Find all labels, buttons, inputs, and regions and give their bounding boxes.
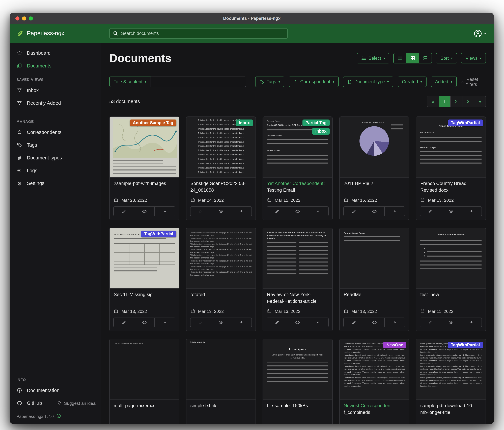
pagination-page-3[interactable]: 3 [462, 96, 474, 107]
document-thumbnail[interactable]: Adobe Acrobat PDF Files [416, 228, 486, 289]
preview-button[interactable] [287, 207, 308, 216]
suggest-idea-link[interactable]: Suggest an idea [57, 401, 96, 406]
edit-button[interactable] [344, 207, 364, 216]
view-details-button[interactable] [419, 53, 432, 64]
sidebar-item-dashboard[interactable]: Dashboard [10, 47, 101, 59]
sidebar-item-tags[interactable]: Tags [10, 139, 101, 151]
correspondent-link[interactable]: Yet Another Correspondent [267, 181, 324, 186]
tag-chip[interactable]: TagWithPartial [448, 342, 483, 348]
document-title[interactable]: multi-page-mixedxx [114, 403, 154, 408]
preview-button[interactable] [441, 318, 461, 327]
tag-chip[interactable]: NewOne [383, 342, 406, 348]
title-content-filter-input[interactable] [151, 76, 246, 87]
sidebar-item-logs[interactable]: Logs [10, 164, 101, 177]
brand[interactable]: Paperless-ngx [17, 30, 103, 37]
pagination-next[interactable]: » [474, 96, 486, 107]
select-button[interactable]: Select ▾ [357, 53, 389, 64]
document-title[interactable]: Sonstige ScanPC2022 03-24_081058 [190, 181, 246, 193]
tag-chip[interactable]: TagWithPartial [141, 231, 176, 237]
sidebar-item-inbox[interactable]: Inbox [10, 84, 101, 97]
document-thumbnail[interactable]: This is a test file. [186, 339, 255, 400]
edit-button[interactable] [114, 207, 134, 216]
document-title[interactable]: rotated [190, 292, 205, 297]
sidebar-item-correspondents[interactable]: Correspondents [10, 126, 101, 139]
document-title[interactable]: 2011 BP Pie 2 [344, 181, 373, 186]
document-title[interactable]: simple txt file [190, 403, 217, 408]
document-title[interactable]: Review-of-New-York-Federal-Petitions-art… [267, 292, 316, 304]
preview-button[interactable] [134, 318, 154, 327]
document-thumbnail[interactable]: TagWithPartial French Country Bread For … [416, 117, 486, 178]
download-button[interactable] [384, 318, 405, 327]
document-thumbnail[interactable]: This is a multi page document. Page 1. [110, 339, 179, 400]
download-button[interactable] [154, 318, 175, 327]
preview-button[interactable] [287, 318, 308, 327]
reset-filters-button[interactable]: × Reset filters [461, 77, 486, 87]
tag-chip[interactable]: Partial Tag [302, 120, 330, 126]
correspondent-filter-button[interactable]: Correspondent ▾ [289, 76, 339, 87]
document-title[interactable]: French Country Bread Revised.docx [420, 181, 467, 193]
document-thumbnail[interactable]: Contact Sheet Demo [340, 228, 409, 289]
document-thumbnail[interactable]: Patient BP Distribution 2011 [340, 117, 409, 178]
tag-chip[interactable]: Inbox [236, 120, 253, 126]
download-button[interactable] [154, 207, 175, 216]
document-title[interactable]: sample-pdf-download-10-mb-longer-title [420, 403, 474, 415]
sidebar-item-document-types[interactable]: # Document types [10, 151, 101, 164]
preview-button[interactable] [364, 207, 384, 216]
document-thumbnail[interactable]: Another Sample Tag [110, 117, 179, 178]
edit-button[interactable] [114, 318, 134, 327]
pagination-prev[interactable]: « [427, 96, 439, 107]
download-button[interactable] [461, 207, 482, 216]
edit-button[interactable] [267, 207, 287, 216]
document-thumbnail[interactable]: Review of New York Federal Petitions for… [263, 228, 332, 289]
tag-chip[interactable]: Another Sample Tag [130, 120, 176, 126]
preview-button[interactable] [211, 207, 231, 216]
minimize-window-button[interactable] [22, 17, 26, 20]
document-title[interactable]: test_new [420, 292, 439, 297]
preview-button[interactable] [441, 207, 461, 216]
edit-button[interactable] [420, 207, 441, 216]
download-button[interactable] [308, 318, 328, 327]
tag-chip[interactable]: TagWithPartial [448, 120, 483, 126]
added-filter-button[interactable]: Added ▾ [431, 76, 457, 87]
view-grid-button[interactable] [406, 53, 419, 64]
document-title[interactable]: ReadMe [344, 292, 361, 297]
document-title[interactable]: file-sample_150kBs [267, 403, 308, 408]
sidebar-item-recently-added[interactable]: Recently Added [10, 97, 101, 109]
pagination-page-2[interactable]: 2 [450, 96, 462, 107]
preview-button[interactable] [134, 207, 154, 216]
edit-button[interactable] [344, 318, 364, 327]
document-thumbnail[interactable]: TagWithPartial 11. CONTINUING MEDICAL ED… [110, 228, 179, 289]
edit-button[interactable] [190, 318, 210, 327]
download-button[interactable] [308, 207, 328, 216]
tag-chip[interactable]: Inbox [312, 128, 330, 135]
document-thumbnail[interactable]: This is the text that appears on the fir… [186, 228, 255, 289]
document-thumbnail[interactable]: Inbox This is a test for the double spac… [186, 117, 255, 178]
document-thumbnail[interactable]: TagWithPartial Lorem ipsum dolor sit ame… [416, 339, 486, 400]
user-menu[interactable]: ▾ [474, 29, 486, 38]
sort-button[interactable]: Sort ▾ [436, 53, 457, 64]
document-thumbnail[interactable]: Partial Tag Inbox Release Notes Simba OD… [263, 117, 332, 178]
download-button[interactable] [231, 318, 252, 327]
view-list-button[interactable] [394, 53, 407, 64]
edit-button[interactable] [420, 318, 441, 327]
download-button[interactable] [461, 318, 482, 327]
preview-button[interactable] [211, 318, 231, 327]
edit-button[interactable] [267, 318, 287, 327]
sidebar-item-github[interactable]: GitHub [10, 397, 47, 410]
document-title[interactable]: 2sample-pdf-with-images [114, 181, 166, 186]
document-type-filter-button[interactable]: Document type ▾ [343, 76, 393, 87]
document-thumbnail[interactable]: NewOne Lorem ipsum dolor sit amet, conse… [340, 339, 409, 400]
document-thumbnail[interactable]: Lorem ipsum Lorem ipsum dolor sit amet, … [263, 339, 332, 400]
created-filter-button[interactable]: Created ▾ [397, 76, 426, 87]
tags-filter-button[interactable]: Tags ▾ [255, 76, 285, 87]
preview-button[interactable] [364, 318, 384, 327]
download-button[interactable] [384, 207, 405, 216]
edit-button[interactable] [190, 207, 210, 216]
document-title[interactable]: Sec 11-Missing sig [114, 292, 153, 297]
sidebar-item-settings[interactable]: ⚙ Settings [10, 177, 101, 190]
title-content-filter-button[interactable]: Title & content ▾ [109, 76, 151, 87]
pagination-page-1[interactable]: 1 [439, 96, 451, 107]
correspondent-link[interactable]: Newest Correspondent [344, 403, 392, 408]
search-input[interactable] [109, 28, 288, 39]
sidebar-item-documents[interactable]: Documents [10, 59, 101, 72]
